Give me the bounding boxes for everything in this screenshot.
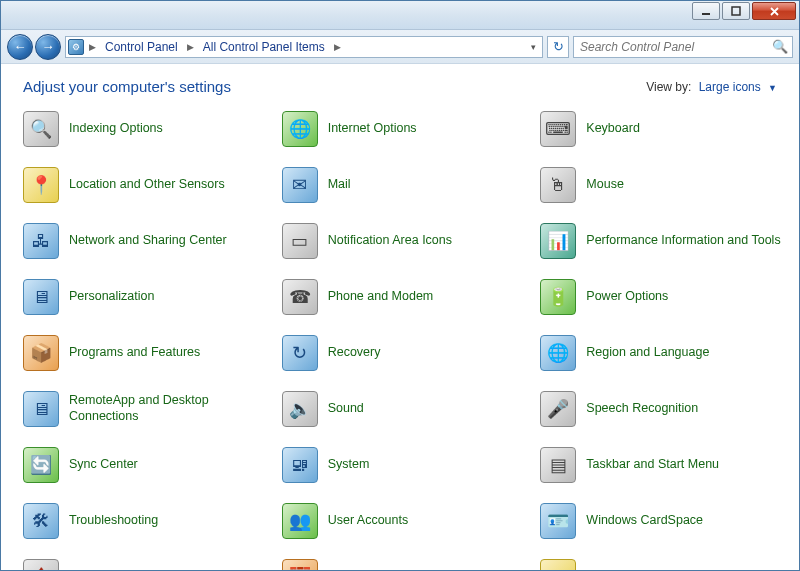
content-header: Adjust your computer's settings View by:… — [1, 64, 799, 105]
item-label[interactable]: Mail — [328, 177, 351, 193]
control-panel-item[interactable]: 🖳System — [282, 443, 533, 487]
chevron-right-icon[interactable]: ▶ — [184, 42, 197, 52]
item-label[interactable]: Windows CardSpace — [586, 513, 703, 529]
refresh-icon: ↻ — [553, 39, 564, 54]
item-label[interactable]: Sound — [328, 401, 364, 417]
item-label[interactable]: Personalization — [69, 289, 154, 305]
control-panel-item[interactable]: ⟳Windows Update — [540, 555, 791, 571]
control-panel-item[interactable]: 🔄Sync Center — [23, 443, 274, 487]
address-bar[interactable]: ⚙ ▶ Control Panel ▶ All Control Panel It… — [65, 36, 543, 58]
control-panel-item[interactable]: 🖥RemoteApp and Desktop Connections — [23, 387, 274, 431]
control-panel-item[interactable]: 🌐Internet Options — [282, 107, 533, 151]
control-panel-item[interactable]: 📊Performance Information and Tools — [540, 219, 791, 263]
item-label[interactable]: Region and Language — [586, 345, 709, 361]
view-by-control: View by: Large icons ▼ — [646, 80, 777, 94]
item-label[interactable]: Recovery — [328, 345, 381, 361]
control-panel-item[interactable]: 🛠Troubleshooting — [23, 499, 274, 543]
view-by-dropdown[interactable]: Large icons ▼ — [699, 80, 777, 94]
close-icon — [769, 6, 780, 17]
view-by-value: Large icons — [699, 80, 761, 94]
maximize-icon — [731, 6, 741, 16]
tray-icon: ▭ — [282, 223, 318, 259]
item-label[interactable]: System — [328, 457, 370, 473]
window-controls — [692, 2, 796, 20]
chevron-down-icon: ▼ — [768, 83, 777, 93]
control-panel-item[interactable]: 🏰Windows Defender — [23, 555, 274, 571]
item-label[interactable]: Sync Center — [69, 457, 138, 473]
close-button[interactable] — [752, 2, 796, 20]
taskbar-icon: ▤ — [540, 447, 576, 483]
control-panel-item[interactable]: ✉Mail — [282, 163, 533, 207]
titlebar — [1, 1, 799, 30]
item-label[interactable]: Speech Recognition — [586, 401, 698, 417]
item-label[interactable]: Keyboard — [586, 121, 640, 137]
region-icon: 🌐 — [540, 335, 576, 371]
location-icon: 📍 — [23, 167, 59, 203]
control-panel-item[interactable]: 🖥Personalization — [23, 275, 274, 319]
content-area: 🔍Indexing Options🌐Internet Options⌨Keybo… — [1, 105, 799, 571]
search-input[interactable] — [578, 39, 772, 55]
control-panel-item[interactable]: 🧱Windows Firewall — [282, 555, 533, 571]
page-title: Adjust your computer's settings — [23, 78, 231, 95]
control-panel-item[interactable]: 🪪Windows CardSpace — [540, 499, 791, 543]
firewall-icon: 🧱 — [282, 559, 318, 571]
control-panel-item[interactable]: ▭Notification Area Icons — [282, 219, 533, 263]
control-panel-item[interactable]: 🔈Sound — [282, 387, 533, 431]
item-label[interactable]: Phone and Modem — [328, 289, 434, 305]
item-label[interactable]: Troubleshooting — [69, 513, 158, 529]
search-box[interactable]: 🔍 — [573, 36, 793, 58]
control-panel-item[interactable]: 🖱Mouse — [540, 163, 791, 207]
item-label[interactable]: Power Options — [586, 289, 668, 305]
item-label[interactable]: Performance Information and Tools — [586, 233, 780, 249]
control-panel-item[interactable]: 🔍Indexing Options — [23, 107, 274, 151]
refresh-button[interactable]: ↻ — [547, 36, 569, 58]
phone-icon: ☎ — [282, 279, 318, 315]
minimize-button[interactable] — [692, 2, 720, 20]
control-panel-item[interactable]: ↻Recovery — [282, 331, 533, 375]
address-dropdown[interactable]: ▾ — [527, 42, 540, 52]
breadcrumb-segment[interactable]: Control Panel — [101, 40, 182, 54]
minimize-icon — [701, 6, 711, 16]
control-panel-item[interactable]: ⌨Keyboard — [540, 107, 791, 151]
svg-rect-0 — [702, 13, 710, 15]
remote-icon: 🖥 — [23, 391, 59, 427]
item-label[interactable]: Location and Other Sensors — [69, 177, 225, 193]
item-label[interactable]: Mouse — [586, 177, 624, 193]
content-scroll[interactable]: 🔍Indexing Options🌐Internet Options⌨Keybo… — [1, 105, 799, 571]
item-label[interactable]: Network and Sharing Center — [69, 233, 227, 249]
back-button[interactable]: ← — [7, 34, 33, 60]
svg-rect-1 — [732, 7, 740, 15]
troubleshoot-icon: 🛠 — [23, 503, 59, 539]
control-panel-item[interactable]: 🎤Speech Recognition — [540, 387, 791, 431]
maximize-button[interactable] — [722, 2, 750, 20]
breadcrumb-segment[interactable]: All Control Panel Items — [199, 40, 329, 54]
view-by-label: View by: — [646, 80, 691, 94]
users-icon: 👥 — [282, 503, 318, 539]
item-label[interactable]: Indexing Options — [69, 121, 163, 137]
item-label[interactable]: Internet Options — [328, 121, 417, 137]
item-label[interactable]: RemoteApp and Desktop Connections — [69, 393, 266, 424]
control-panel-item[interactable]: 🖧Network and Sharing Center — [23, 219, 274, 263]
control-panel-item[interactable]: ☎Phone and Modem — [282, 275, 533, 319]
control-panel-item[interactable]: 📍Location and Other Sensors — [23, 163, 274, 207]
control-panel-item[interactable]: 📦Programs and Features — [23, 331, 274, 375]
system-icon: 🖳 — [282, 447, 318, 483]
control-panel-item[interactable]: 🔋Power Options — [540, 275, 791, 319]
sound-icon: 🔈 — [282, 391, 318, 427]
control-panel-item[interactable]: ▤Taskbar and Start Menu — [540, 443, 791, 487]
cardspace-icon: 🪪 — [540, 503, 576, 539]
item-label[interactable]: User Accounts — [328, 513, 409, 529]
control-panel-item[interactable]: 🌐Region and Language — [540, 331, 791, 375]
recovery-icon: ↻ — [282, 335, 318, 371]
item-label[interactable]: Taskbar and Start Menu — [586, 457, 719, 473]
chevron-right-icon[interactable]: ▶ — [86, 42, 99, 52]
forward-button[interactable]: → — [35, 34, 61, 60]
item-label[interactable]: Notification Area Icons — [328, 233, 452, 249]
item-label[interactable]: Programs and Features — [69, 345, 200, 361]
control-panel-item[interactable]: 👥User Accounts — [282, 499, 533, 543]
chevron-right-icon[interactable]: ▶ — [331, 42, 344, 52]
arrow-right-icon: → — [42, 39, 55, 54]
search-icon[interactable]: 🔍 — [772, 39, 788, 54]
speech-icon: 🎤 — [540, 391, 576, 427]
control-panel-icon: ⚙ — [68, 39, 84, 55]
